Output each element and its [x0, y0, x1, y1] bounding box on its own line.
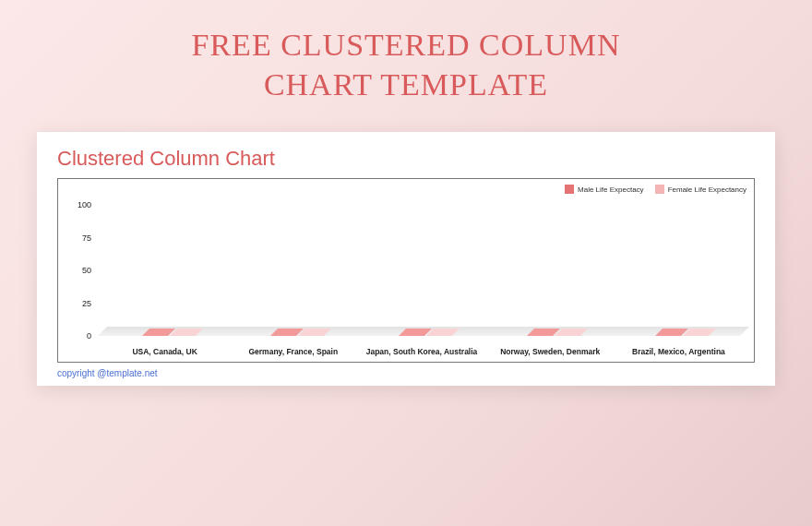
page-title-line1: FREE CLUSTERED COLUMN — [0, 26, 812, 66]
y-tick: 50 — [82, 266, 91, 275]
plot-area — [101, 205, 743, 336]
legend-swatch-female — [655, 185, 664, 194]
chart-title: Clustered Column Chart — [57, 147, 755, 171]
bars-row — [101, 205, 743, 336]
legend-swatch-male — [565, 185, 574, 194]
legend: Male Life Expectacy Female Life Expectan… — [565, 185, 746, 194]
page-title-line2: CHART TEMPLATE — [0, 66, 812, 105]
y-tick: 0 — [87, 331, 91, 341]
x-axis-label: Germany, France, Spain — [229, 347, 357, 356]
x-axis-label: Japan, South Korea, Australia — [357, 347, 485, 356]
legend-label-male: Male Life Expectacy — [578, 185, 644, 194]
y-tick: 75 — [82, 233, 91, 243]
copyright-text: copyright @template.net — [57, 368, 755, 378]
page-title: FREE CLUSTERED COLUMN CHART TEMPLATE — [0, 0, 812, 104]
legend-item-male: Male Life Expectacy — [565, 185, 644, 194]
chart-card: Clustered Column Chart Male Life Expecta… — [37, 132, 775, 386]
y-tick: 25 — [82, 299, 91, 308]
x-axis-labels: USA, Canada, UKGermany, France, SpainJap… — [101, 347, 743, 356]
y-tick: 100 — [78, 200, 91, 209]
chart-box: Male Life Expectacy Female Life Expectan… — [57, 178, 755, 363]
legend-label-female: Female Life Expectancy — [668, 185, 746, 194]
x-axis-label: USA, Canada, UK — [101, 347, 229, 356]
x-axis-label: Brazil, Mexico, Argentina — [615, 347, 743, 356]
y-axis: 0255075100 — [58, 205, 97, 336]
x-axis-label: Norway, Sweden, Denmark — [486, 347, 615, 356]
legend-item-female: Female Life Expectancy — [655, 185, 746, 194]
